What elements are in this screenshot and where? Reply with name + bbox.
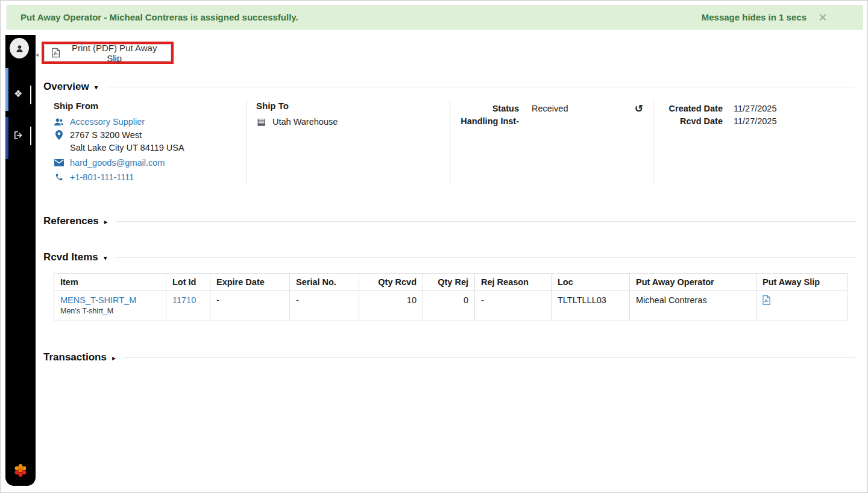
person-icon <box>15 44 24 53</box>
handling-inst-row: Handling Inst- <box>459 115 653 128</box>
item-cell: MENS_T-SHIRT_M Men's T-shirt_M <box>54 291 166 321</box>
section-divider <box>107 87 855 87</box>
col-rej-reason: Rej Reason <box>475 274 552 291</box>
col-loc: Loc <box>552 274 630 291</box>
caret-down-icon[interactable]: ▾ <box>95 83 98 92</box>
status-row: Status Received <box>459 102 653 115</box>
caret-right-icon[interactable]: ▸ <box>112 354 116 362</box>
loc-cell: TLTLTLLL03 <box>552 291 630 321</box>
sidebar-accent-light <box>5 68 8 111</box>
print-button-label: Print (PDF) Put Away Slip <box>65 43 163 63</box>
col-item: Item <box>54 274 166 291</box>
item-description: Men's T-shirt_M <box>60 307 160 315</box>
ship-from-label: Ship From <box>54 101 244 111</box>
print-put-away-slip-button[interactable]: Print (PDF) Put Away Slip <box>44 44 171 61</box>
modules-icon[interactable]: ❖ <box>14 88 22 99</box>
ship-to-block: Ship To ▤ Utah Warehouse <box>256 101 437 128</box>
col-expire-date: Expire Date <box>210 274 290 291</box>
email-row: hard_goods@gmail.com <box>54 156 244 169</box>
col-qty-rcvd: Qty Rcvd <box>359 274 423 291</box>
lot-id-link[interactable]: 11710 <box>172 295 196 305</box>
email-link[interactable]: hard_goods@gmail.com <box>70 158 165 168</box>
serial-no-cell: - <box>290 291 359 321</box>
qty-rej-cell: 0 <box>423 291 475 321</box>
success-banner: Put Away Operator - Micheal Contreras is… <box>7 5 863 30</box>
close-icon[interactable]: ✕ <box>819 7 827 30</box>
dates-block: Created Date 11/27/2025 Rcvd Date 11/27/… <box>662 102 857 128</box>
transactions-section-header: Transactions ▸ <box>43 351 855 364</box>
phone-row: +1-801-111-1111 <box>54 171 244 184</box>
created-date-value: 11/27/2025 <box>734 102 777 115</box>
app-window: Put Away Operator - Micheal Contreras is… <box>0 0 868 493</box>
map-pin-icon <box>54 130 64 140</box>
table-row: MENS_T-SHIRT_M Men's T-shirt_M 11710 - -… <box>54 291 848 321</box>
lot-id-cell: 11710 <box>166 291 210 321</box>
rcvd-date-value: 11/27/2025 <box>734 115 777 128</box>
expire-date-cell: - <box>210 291 290 321</box>
caret-right-icon[interactable]: ▸ <box>104 218 108 226</box>
status-value: Received <box>532 102 568 115</box>
col-put-away-operator: Put Away Operator <box>630 274 756 291</box>
user-avatar[interactable] <box>10 38 29 58</box>
created-date-row: Created Date 11/27/2025 <box>662 102 857 115</box>
phone-icon <box>54 173 64 181</box>
created-date-label: Created Date <box>662 102 723 115</box>
put-away-operator-cell: Micheal Contreras <box>630 291 756 321</box>
highlight-box: Print (PDF) Put Away Slip <box>42 42 174 64</box>
address-line2: Salt Lake City UT 84119 USA <box>70 142 244 154</box>
col-serial-no: Serial No. <box>290 274 359 291</box>
address-row: 2767 S 3200 West <box>54 128 244 142</box>
warehouse-row: ▤ Utah Warehouse <box>256 115 437 128</box>
put-away-slip-cell <box>756 291 848 321</box>
status-label: Status <box>459 102 519 115</box>
warehouse-name: Utah Warehouse <box>272 117 338 127</box>
address-line1: 2767 S 3200 West <box>70 130 142 140</box>
warehouse-icon: ▤ <box>256 116 266 127</box>
rcvd-items-title: Rcvd Items <box>43 251 98 263</box>
status-block: Status Received Handling Inst- ↺ <box>459 102 653 128</box>
rcvd-date-label: Rcvd Date <box>662 115 723 128</box>
rcvd-items-table: Item Lot Id Expire Date Serial No. Qty R… <box>54 273 848 321</box>
logout-icon[interactable] <box>13 130 24 143</box>
sidebar-accent-dark <box>5 117 8 159</box>
transactions-title: Transactions <box>43 351 107 363</box>
envelope-icon <box>54 159 64 166</box>
overview-divider-1 <box>247 100 247 184</box>
users-icon <box>54 118 64 126</box>
overview-divider-2 <box>450 100 450 184</box>
overview-divider-3 <box>653 100 653 184</box>
qty-rcvd-cell: 10 <box>359 291 423 321</box>
section-divider <box>116 257 855 258</box>
handling-inst-label: Handling Inst- <box>459 115 519 128</box>
section-divider <box>124 357 855 358</box>
col-qty-rej: Qty Rej <box>423 274 475 291</box>
ship-to-label: Ship To <box>256 101 437 111</box>
history-icon[interactable]: ↺ <box>635 102 643 115</box>
caret-down-icon[interactable]: ▾ <box>104 254 107 262</box>
rcvd-items-section-header: Rcvd Items ▾ <box>43 251 855 264</box>
references-section-header: References ▸ <box>43 215 855 228</box>
rej-reason-cell: - <box>475 291 552 321</box>
sidebar-tick-2 <box>30 127 31 145</box>
col-lot-id: Lot Id <box>166 274 210 291</box>
references-title: References <box>43 215 99 227</box>
panel-collapse-icon[interactable]: ◄ <box>34 52 40 58</box>
item-link[interactable]: MENS_T-SHIRT_M <box>60 295 136 305</box>
supplier-row: Accessory Supplier <box>54 115 244 128</box>
sidebar-tick-1 <box>30 86 31 104</box>
banner-countdown: Message hides in 1 secs <box>702 6 807 29</box>
rcvd-date-row: Rcvd Date 11/27/2025 <box>662 115 857 128</box>
supplier-link[interactable]: Accessory Supplier <box>70 117 145 127</box>
put-away-slip-pdf-icon[interactable] <box>763 295 770 307</box>
success-message: Put Away Operator - Micheal Contreras is… <box>20 6 298 29</box>
col-put-away-slip: Put Away Slip <box>756 274 848 291</box>
table-header-row: Item Lot Id Expire Date Serial No. Qty R… <box>54 274 848 291</box>
phone-link[interactable]: +1-801-111-1111 <box>70 172 134 182</box>
overview-title: Overview <box>43 81 89 93</box>
pdf-icon <box>52 48 60 58</box>
overview-section-header: Overview ▾ <box>43 80 855 93</box>
section-divider <box>116 221 855 222</box>
sidebar: ❖ <box>5 35 36 486</box>
ship-from-block: Ship From Accessory Supplier 2767 S 3200… <box>54 101 244 184</box>
brand-logo[interactable] <box>12 462 29 481</box>
